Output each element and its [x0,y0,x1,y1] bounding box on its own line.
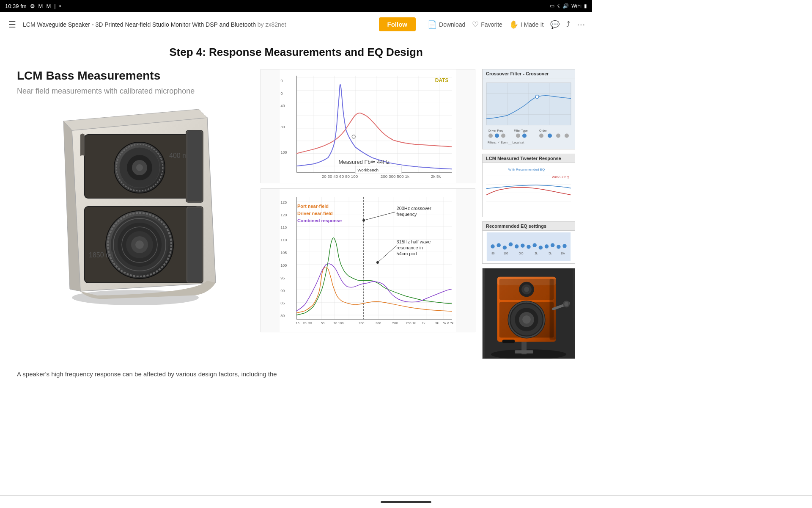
svg-text:30: 30 [308,321,312,325]
notification-icon: | [54,3,55,9]
bluetooth-icon: ☇ [557,3,560,9]
email-icon: M [38,3,43,9]
svg-point-143 [491,244,494,248]
favorite-label: Favorite [481,21,502,28]
svg-text:Filters: ✓ Even __ Local set: Filters: ✓ Even __ Local set [488,141,524,144]
svg-text:125: 125 [280,200,287,204]
favorite-action[interactable]: ♡ Favorite [472,20,502,29]
share-icon: ⤴ [566,20,570,29]
svg-point-151 [539,246,543,249]
svg-text:5k 6.7k: 5k 6.7k [443,321,454,325]
svg-text:Workbench: Workbench [357,168,379,172]
svg-text:DATS: DATS [435,77,449,83]
speaker-photo-panel [482,268,575,359]
tweeter-response-panel: LCM Measured Tweeter Response [482,154,575,217]
comment-action[interactable]: 💬 [550,20,560,29]
svg-point-144 [497,243,500,247]
svg-text:Measured Fb = 44Hz: Measured Fb = 44Hz [339,159,390,165]
svg-point-19 [135,240,144,249]
svg-point-179 [524,287,529,292]
page-title-area: LCM Waveguide Speaker - 3D Printed Near-… [23,21,374,28]
page-content: Step 4: Response Measurements and EQ Des… [0,37,592,388]
svg-text:85: 85 [280,301,285,305]
svg-text:Driver near-field: Driver near-field [297,211,333,216]
svg-text:500: 500 [392,321,398,325]
svg-text:20: 20 [303,321,307,325]
email2-icon: M [46,3,51,9]
svg-rect-22 [187,207,202,282]
content-grid: LCM Bass Measurements Near field measure… [17,69,575,359]
svg-text:Filter Type: Filter Type [514,129,528,133]
svg-text:110: 110 [280,238,287,242]
svg-text:100: 100 [281,150,287,155]
author-name: zx82net [266,21,286,28]
chart-bottom: Port near-field Driver near-field Combin… [261,188,475,332]
svg-text:315Hz half wave: 315Hz half wave [397,239,431,244]
crossover-filter-panel: Crossover Filter - Crossover [482,69,575,149]
svg-text:Order: Order [539,129,547,132]
svg-point-146 [509,243,513,246]
svg-text:200  300  500  1k: 200 300 500 1k [381,174,409,179]
svg-text:Driver Freq: Driver Freq [488,129,503,133]
comment-icon: 💬 [550,20,560,29]
middle-column: DATS Workbench 20 30 40 60 80 100 200 30… [261,69,475,332]
right-column: Crossover Filter - Crossover [482,69,575,359]
svg-point-84 [362,219,365,222]
svg-point-126 [495,134,499,138]
svg-point-55 [371,160,373,163]
eq-settings-panel: Recommended EQ settings [482,221,575,264]
svg-text:0: 0 [281,91,283,96]
svg-text:Port near-field: Port near-field [297,204,329,209]
step-title: Step 4: Response Measurements and EQ Des… [17,46,575,59]
svg-point-133 [565,134,569,138]
svg-text:10k: 10k [561,252,565,255]
svg-text:115: 115 [280,225,287,229]
svg-point-150 [532,243,536,247]
status-left: 10:39 fm ⚙ M M | • [5,3,61,9]
more-options[interactable]: ··· [577,19,585,29]
status-bar: 10:39 fm ⚙ M M | • ▭ ☇ 🔊 WiFi ▮ [0,0,592,12]
download-action[interactable]: 📄 Download [428,20,465,29]
hand-icon: ✋ [509,20,518,29]
svg-point-129 [522,134,527,138]
svg-point-125 [488,134,493,138]
svg-text:50: 50 [321,321,325,325]
settings-icon: ⚙ [30,3,35,9]
svg-text:100: 100 [280,263,287,268]
madeit-action[interactable]: ✋ I Made It [509,20,543,29]
svg-rect-24 [280,69,456,183]
svg-point-6 [136,164,143,171]
svg-rect-180 [502,340,515,343]
svg-text:700 1k: 700 1k [406,321,416,325]
svg-text:2k: 2k [535,252,538,255]
hamburger-menu[interactable]: ☰ [7,18,18,31]
svg-text:Without EQ: Without EQ [552,175,569,179]
svg-text:200Hz crossover: 200Hz crossover [397,206,431,211]
svg-point-121 [535,95,539,99]
svg-text:90: 90 [280,289,285,293]
volume-icon: 🔊 [562,3,569,9]
dot-icon: • [59,3,61,9]
svg-text:3k: 3k [435,321,439,325]
svg-text:95: 95 [280,276,285,280]
svg-text:2k: 2k [422,321,425,325]
svg-text:80: 80 [280,314,285,318]
svg-point-130 [539,134,543,138]
svg-point-145 [503,246,507,249]
madeit-label: I Made It [521,21,543,28]
svg-point-149 [527,245,530,248]
svg-text:20  30  40  60  80 100: 20 30 40 60 80 100 [322,174,358,179]
svg-text:With Recommended EQ: With Recommended EQ [508,168,545,171]
svg-text:5k: 5k [549,252,552,255]
svg-point-131 [548,134,552,138]
svg-text:160: 160 [504,252,508,255]
tweeter-panel-title: LCM Measured Tweeter Response [483,154,575,163]
lcm-subtitle: Near field measurements with calibrated … [17,86,254,97]
svg-point-155 [562,244,566,248]
share-action[interactable]: ⤴ [566,20,570,29]
svg-point-127 [501,134,505,138]
svg-point-153 [551,243,554,247]
follow-button[interactable]: Follow [379,17,416,31]
svg-text:500: 500 [518,252,523,255]
svg-point-147 [515,244,518,248]
